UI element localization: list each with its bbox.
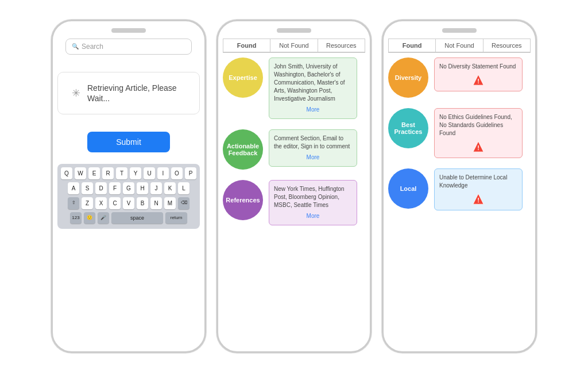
key-v[interactable]: V <box>123 197 134 209</box>
key-h[interactable]: H <box>137 182 148 194</box>
key-mic[interactable]: 🎤 <box>98 212 109 224</box>
list-item: Expertise John Smith, University of Wash… <box>223 57 357 119</box>
list-item: Best Practices No Ethics Guidelines Foun… <box>388 108 523 158</box>
tab-not-found-2[interactable]: Not Found <box>270 39 318 52</box>
key-k[interactable]: K <box>164 182 176 194</box>
key-y[interactable]: Y <box>130 167 141 179</box>
key-d[interactable]: D <box>95 182 107 194</box>
circle-actionable: Actionable Feedback <box>223 129 263 170</box>
loading-box: ✳ Retrieving Article, Please Wait... <box>57 72 200 114</box>
search-placeholder: Search <box>82 43 103 51</box>
key-backspace[interactable]: ⌫ <box>178 197 189 209</box>
circle-references: References <box>223 180 263 220</box>
tab-resources-3[interactable]: Resources <box>483 39 531 52</box>
loading-text: Retrieving Article, Please Wait... <box>87 83 185 103</box>
info-text-best-practices: No Ethics Guidelines Found, No Standards… <box>439 114 512 136</box>
tab-found-3[interactable]: Found <box>388 39 435 52</box>
key-g[interactable]: G <box>123 182 134 194</box>
info-box-best-practices: No Ethics Guidelines Found, No Standards… <box>434 108 523 158</box>
phone2-scroll[interactable]: Expertise John Smith, University of Wash… <box>223 57 365 344</box>
key-j[interactable]: J <box>150 182 162 194</box>
info-box-references: New York Times, Huffington Post, Bloombe… <box>269 180 357 225</box>
phone3-notch <box>442 28 477 33</box>
circle-local: Local <box>388 168 428 209</box>
info-box-local: Unable to Determine Local Knowledge ! <box>434 168 523 210</box>
keyboard-row2: A S D F G H J K L <box>60 182 198 194</box>
circle-best-practices: Best Practices <box>388 108 428 148</box>
key-x[interactable]: X <box>95 197 107 209</box>
more-link-expertise[interactable]: More <box>274 106 352 114</box>
key-return[interactable]: return <box>165 212 187 224</box>
svg-text:!: ! <box>477 197 479 204</box>
more-link-actionable[interactable]: More <box>274 154 352 162</box>
key-c[interactable]: C <box>109 197 121 209</box>
key-z[interactable]: Z <box>82 197 93 209</box>
info-box-diversity: No Diversity Statement Found ! <box>434 57 523 91</box>
tab-found-2[interactable]: Found <box>223 39 270 52</box>
phone1-content: 🔍 Search ✳ Retrieving Article, Please Wa… <box>57 39 200 344</box>
svg-text:!: ! <box>477 144 479 151</box>
info-text-references: New York Times, Huffington Post, Bloombe… <box>274 186 345 208</box>
key-b[interactable]: B <box>137 197 148 209</box>
keyboard-row4: 123 🙂 🎤 space return <box>60 212 198 224</box>
warning-icon-best-practices: ! <box>472 140 485 153</box>
phone-notch <box>111 28 146 33</box>
list-item: References New York Times, Huffington Po… <box>223 180 357 225</box>
key-t[interactable]: T <box>116 167 127 179</box>
svg-text:!: ! <box>477 78 479 85</box>
keyboard-row1: Q W E R T Y U I O P <box>60 167 198 179</box>
key-q[interactable]: Q <box>61 167 72 179</box>
key-r[interactable]: R <box>102 167 114 179</box>
phone-3: Found Not Found Resources Diversity No D… <box>382 20 537 353</box>
keyboard-row3: ⇧ Z X C V B N M ⌫ <box>60 197 198 209</box>
key-s[interactable]: S <box>82 182 93 194</box>
key-p[interactable]: P <box>185 167 196 179</box>
spinner-icon: ✳ <box>72 87 80 99</box>
key-e[interactable]: E <box>88 167 100 179</box>
key-shift[interactable]: ⇧ <box>68 197 79 209</box>
list-item: Local Unable to Determine Local Knowledg… <box>388 168 523 210</box>
circle-diversity: Diversity <box>388 57 428 98</box>
info-text-expertise: John Smith, University of Washington, Ba… <box>274 63 345 102</box>
phone2-notch <box>277 28 311 33</box>
key-o[interactable]: O <box>171 167 183 179</box>
key-i[interactable]: I <box>157 167 169 179</box>
key-emoji[interactable]: 🙂 <box>84 212 95 224</box>
key-l[interactable]: L <box>178 182 189 194</box>
circle-expertise: Expertise <box>223 57 263 98</box>
more-link-references[interactable]: More <box>274 212 352 220</box>
list-item: Actionable Feedback Comment Section, Ema… <box>223 129 357 170</box>
phone-1: 🔍 Search ✳ Retrieving Article, Please Wa… <box>51 20 206 353</box>
tab-resources-2[interactable]: Resources <box>318 39 365 52</box>
phone2-tabs: Found Not Found Resources <box>223 39 365 53</box>
key-w[interactable]: W <box>75 167 86 179</box>
phone3-scroll[interactable]: Diversity No Diversity Statement Found !… <box>388 57 531 344</box>
info-box-actionable: Comment Section, Email to the editor, Si… <box>269 129 357 167</box>
phones-container: 🔍 Search ✳ Retrieving Article, Please Wa… <box>40 8 548 365</box>
keyboard: Q W E R T Y U I O P A S D F G H <box>57 164 200 229</box>
key-f[interactable]: F <box>109 182 121 194</box>
warning-icon-diversity: ! <box>472 74 485 86</box>
key-space[interactable]: space <box>111 212 163 224</box>
warning-icon-local: ! <box>472 193 485 205</box>
list-item: Diversity No Diversity Statement Found ! <box>388 57 523 98</box>
submit-button[interactable]: Submit <box>87 132 170 152</box>
info-text-diversity: No Diversity Statement Found <box>439 63 516 70</box>
info-text-actionable: Comment Section, Email to the editor, Si… <box>274 135 350 149</box>
key-m[interactable]: M <box>164 197 176 209</box>
phone3-tabs: Found Not Found Resources <box>388 39 531 53</box>
search-icon: 🔍 <box>72 43 79 49</box>
key-a[interactable]: A <box>68 182 79 194</box>
search-bar[interactable]: 🔍 Search <box>65 39 192 55</box>
key-u[interactable]: U <box>144 167 155 179</box>
key-n[interactable]: N <box>150 197 162 209</box>
tab-not-found-3[interactable]: Not Found <box>435 39 483 52</box>
phone-2: Found Not Found Resources Expertise John… <box>216 20 372 353</box>
info-box-expertise: John Smith, University of Washington, Ba… <box>269 57 357 119</box>
key-123[interactable]: 123 <box>70 212 82 224</box>
info-text-local: Unable to Determine Local Knowledge <box>439 174 507 189</box>
